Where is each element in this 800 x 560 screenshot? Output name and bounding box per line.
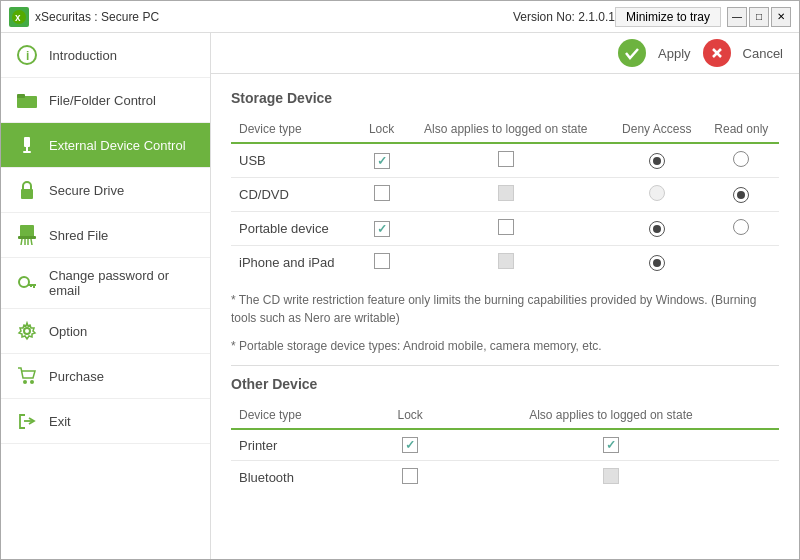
also-iphone: [402, 246, 610, 280]
checkbox-also-printer[interactable]: [603, 437, 619, 453]
col-lock: Lock: [361, 116, 401, 143]
checkbox-lock-usb[interactable]: [374, 153, 390, 169]
content-toolbar: Apply Cancel: [211, 33, 799, 74]
cart-icon: [15, 364, 39, 388]
device-name-printer: Printer: [231, 429, 377, 461]
checkbox-lock-portable[interactable]: [374, 221, 390, 237]
col-read-only: Read only: [704, 116, 779, 143]
deny-portable[interactable]: [610, 212, 704, 246]
key-icon: [15, 271, 39, 295]
svg-rect-8: [23, 151, 31, 153]
device-name-usb: USB: [231, 143, 361, 178]
app-title: xSecuritas : Secure PC: [35, 10, 503, 24]
radio-deny-cddvd[interactable]: [649, 185, 665, 201]
svg-point-22: [30, 380, 34, 384]
sidebar: i Introduction File/Folder Control Exter…: [1, 33, 211, 559]
sidebar-item-file-folder[interactable]: File/Folder Control: [1, 78, 210, 123]
radio-deny-usb[interactable]: [649, 153, 665, 169]
sidebar-label-file-folder: File/Folder Control: [49, 93, 156, 108]
other-device-table: Device type Lock Also applies to logged …: [231, 402, 779, 494]
svg-rect-11: [18, 236, 36, 239]
checkbox-lock-cddvd[interactable]: [374, 185, 390, 201]
also-portable[interactable]: [402, 212, 610, 246]
other-section-title: Other Device: [231, 376, 779, 392]
radio-deny-iphone[interactable]: [649, 255, 665, 271]
sidebar-item-option[interactable]: Option: [1, 309, 210, 354]
storage-section-title: Storage Device: [231, 90, 779, 106]
table-row: Portable device: [231, 212, 779, 246]
also-usb[interactable]: [402, 143, 610, 178]
sidebar-item-change-password[interactable]: Change password or email: [1, 258, 210, 309]
minimize-tray-button[interactable]: Minimize to tray: [615, 7, 721, 27]
other-col-also-applies: Also applies to logged on state: [443, 402, 779, 429]
cancel-label[interactable]: Cancel: [739, 44, 787, 63]
app-window: x xSecuritas : Secure PC Version No: 2.1…: [0, 0, 800, 560]
lock-usb[interactable]: [361, 143, 401, 178]
close-button[interactable]: ✕: [771, 7, 791, 27]
table-row: Printer: [231, 429, 779, 461]
folder-icon: [15, 88, 39, 112]
apply-label[interactable]: Apply: [654, 44, 695, 63]
lock-iphone[interactable]: [361, 246, 401, 280]
svg-text:x: x: [15, 12, 21, 23]
deny-cddvd[interactable]: [610, 178, 704, 212]
note-cd-restriction: * The CD write restriction feature only …: [231, 291, 779, 327]
sidebar-label-option: Option: [49, 324, 87, 339]
device-name-bluetooth: Bluetooth: [231, 461, 377, 495]
checkbox-also-portable[interactable]: [498, 219, 514, 235]
device-name-portable: Portable device: [231, 212, 361, 246]
checkbox-also-cddvd: [498, 185, 514, 201]
deny-usb[interactable]: [610, 143, 704, 178]
svg-point-16: [19, 277, 29, 287]
col-also-applies: Also applies to logged on state: [402, 116, 610, 143]
device-name-cddvd: CD/DVD: [231, 178, 361, 212]
checkbox-lock-iphone[interactable]: [374, 253, 390, 269]
title-bar: x xSecuritas : Secure PC Version No: 2.1…: [1, 1, 799, 33]
lock-cddvd[interactable]: [361, 178, 401, 212]
checkbox-also-usb[interactable]: [498, 151, 514, 167]
content-area: Apply Cancel Storage Device Device type …: [211, 33, 799, 559]
section-divider: [231, 365, 779, 366]
apply-icon-button[interactable]: [618, 39, 646, 67]
readonly-portable[interactable]: [704, 212, 779, 246]
sidebar-item-secure-drive[interactable]: Secure Drive: [1, 168, 210, 213]
app-logo: x: [9, 7, 29, 27]
sidebar-label-introduction: Introduction: [49, 48, 117, 63]
sidebar-item-purchase[interactable]: Purchase: [1, 354, 210, 399]
also-bluetooth: [443, 461, 779, 495]
readonly-cddvd[interactable]: [704, 178, 779, 212]
content-body: Storage Device Device type Lock Also app…: [211, 74, 799, 559]
other-col-device-type: Device type: [231, 402, 377, 429]
radio-readonly-portable[interactable]: [733, 219, 749, 235]
svg-line-12: [21, 239, 22, 245]
radio-deny-portable[interactable]: [649, 221, 665, 237]
sidebar-label-secure-drive: Secure Drive: [49, 183, 124, 198]
minimize-button[interactable]: —: [727, 7, 747, 27]
deny-iphone[interactable]: [610, 246, 704, 280]
sidebar-item-shred-file[interactable]: Shred File: [1, 213, 210, 258]
col-device-type: Device type: [231, 116, 361, 143]
readonly-iphone: [704, 246, 779, 280]
readonly-usb[interactable]: [704, 143, 779, 178]
sidebar-item-introduction[interactable]: i Introduction: [1, 33, 210, 78]
table-row: CD/DVD: [231, 178, 779, 212]
svg-text:i: i: [26, 49, 29, 63]
lock-portable[interactable]: [361, 212, 401, 246]
checkbox-also-iphone: [498, 253, 514, 269]
sidebar-item-exit[interactable]: Exit: [1, 399, 210, 444]
sidebar-item-external-device[interactable]: External Device Control: [1, 123, 210, 168]
radio-readonly-cddvd[interactable]: [733, 187, 749, 203]
svg-rect-5: [17, 94, 25, 98]
restore-button[interactable]: □: [749, 7, 769, 27]
cancel-icon-button[interactable]: [703, 39, 731, 67]
also-printer[interactable]: [443, 429, 779, 461]
other-col-lock: Lock: [377, 402, 442, 429]
lock-printer[interactable]: [377, 429, 442, 461]
checkbox-lock-bluetooth[interactable]: [402, 468, 418, 484]
sidebar-label-purchase: Purchase: [49, 369, 104, 384]
checkbox-lock-printer[interactable]: [402, 437, 418, 453]
table-row: Bluetooth: [231, 461, 779, 495]
lock-icon: [15, 178, 39, 202]
lock-bluetooth[interactable]: [377, 461, 442, 495]
radio-readonly-usb[interactable]: [733, 151, 749, 167]
